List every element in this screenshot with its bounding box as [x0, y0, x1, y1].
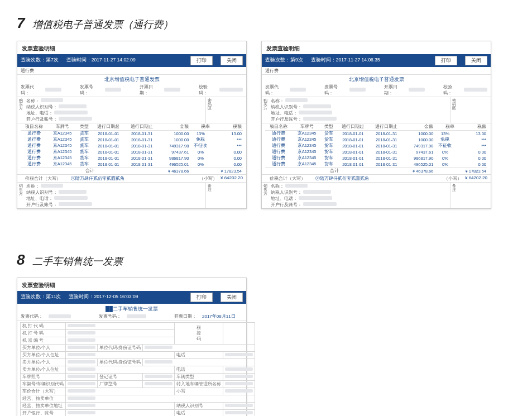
total-small: ¥ 64202.20	[217, 175, 243, 181]
section7-header: 7 增值税电子普通发票（通行费）	[17, 15, 515, 32]
invoice-card-usedcar: 发票查验明细 查验次数：第11次 查验时间：2017-12-05 16:03:0…	[17, 278, 247, 416]
table-row: 通行费京A12345货车2018-01-012018-01-31749317.9…	[265, 143, 487, 149]
check-label: 校验码：	[443, 84, 461, 96]
close-button[interactable]: 关闭	[221, 56, 243, 65]
total-cn: ⓧ陆万肆仟贰佰零贰圆贰角	[65, 175, 199, 181]
print-button[interactable]: 打印	[190, 56, 213, 65]
col-header: 项目名称	[265, 123, 293, 131]
check-time: 查验时间：2017-11-27 14:06:35	[311, 57, 380, 64]
type-label: 通行费	[17, 67, 246, 75]
col-header: 通行日期止	[370, 123, 403, 131]
table-row: 通行费京A12345货车2018-01-012018-01-31496525.0…	[265, 161, 487, 168]
check-count: 查验次数：第11次	[21, 294, 61, 300]
section8-number: 8	[17, 251, 25, 269]
date-label: 开票日期：	[140, 84, 161, 96]
col-header: 通行日期起	[336, 123, 370, 131]
card-title: 发票查验明细	[17, 41, 246, 54]
buyer-side: 购买方	[262, 97, 269, 123]
buyer-addr: 地址、电话：	[271, 110, 448, 116]
seller-name: 名称：	[26, 183, 203, 189]
section7-number: 7	[17, 15, 25, 32]
buyer-addr: 地址、电话：	[26, 110, 203, 116]
table-row: 通行费京A12345货车2018-01-012018-01-3197437.61…	[21, 149, 243, 155]
table-row: 通行费京A12345货车2018-01-012018-01-31986817.9…	[21, 155, 243, 161]
items-table: 项目名称车牌号类型通行日期起通行日期止金额税率税额 通行费京A12345货车20…	[265, 123, 487, 174]
invoice-card-toll: 发票查验明细 查验次数：第9次 查验时间：2017-11-27 14:06:35…	[261, 41, 491, 209]
password-zone: 密码区	[450, 97, 457, 123]
remark-zone: 备注	[450, 183, 457, 208]
sum-row: 合计¥ 46378.66¥ 17823.54	[265, 168, 487, 174]
check-time: 查验时间：2017-11-27 14:02:09	[66, 57, 136, 64]
num-label: 发票号码：	[99, 313, 121, 319]
remark-zone: 备注	[205, 183, 213, 208]
check-count: 查验次数：第9次	[265, 57, 303, 64]
buyer-side: 购买方	[17, 97, 24, 123]
table-row: 通行费京A12345货车2018-01-012018-01-311000.001…	[265, 130, 487, 137]
section8-title: 二手车销售统一发票	[32, 255, 123, 268]
seller-taxid: 纳税人识别号：	[26, 189, 203, 195]
col-header: 项目名称	[21, 123, 48, 131]
col-header: 通行日期起	[92, 123, 125, 131]
col-header: 金额	[403, 123, 434, 131]
code-label: 发票代码：	[21, 84, 42, 96]
invoice-center-title: 北京增值税电子普通发票	[17, 75, 246, 84]
card-title: 发票查验明细	[262, 41, 491, 54]
table-row: 通行费京A12345货车2018-01-012018-01-311000.00免…	[21, 137, 243, 143]
card-toolbar: 查验次数：第11次 查验时间：2017-12-05 16:03:09 打印 关闭	[17, 291, 246, 304]
col-header: 金额	[159, 123, 190, 131]
buyer-bank: 开户行及账号：	[26, 116, 203, 122]
price-tax-total: 价税合计（大写） ⓧ陆万肆仟贰佰零贰圆贰角 （小写） ¥ 64202.20	[17, 174, 246, 183]
check-label: 校验码：	[199, 84, 216, 96]
col-header: 通行日期止	[125, 123, 159, 131]
section7-title: 增值税电子普通发票（通行费）	[32, 18, 173, 31]
password-zone: 密码区	[205, 97, 213, 123]
buyer-bank: 开户行及账号：	[271, 116, 448, 122]
num-label: 发票号码：	[80, 84, 101, 96]
close-button[interactable]: 关闭	[465, 56, 487, 65]
table-row: 通行费京A12345货车2018-01-012018-01-311000.001…	[21, 130, 243, 137]
table-row: 通行费京A12345货车2018-01-012018-01-3197437.61…	[265, 149, 487, 155]
date-label: 开票日期：	[174, 313, 196, 319]
seller-side: 销售方	[262, 183, 269, 208]
invoice-card-toll: 发票查验明细 查验次数：第7次 查验时间：2017-11-27 14:02:09…	[17, 41, 247, 209]
seller-bank: 开户行及账号：	[271, 202, 448, 208]
price-tax-total: 价税合计（大写） ⓧ陆万肆仟贰佰零贰圆贰角 （小写） ¥ 64202.20	[262, 174, 491, 183]
col-header: 税额	[456, 123, 487, 131]
card-toolbar: 查验次数：第9次 查验时间：2017-11-27 14:06:35 打印 关闭	[262, 54, 491, 67]
type-label: 通行费	[262, 67, 491, 75]
print-button[interactable]: 打印	[190, 293, 213, 302]
close-button[interactable]: 关闭	[221, 293, 243, 302]
seller-taxid: 纳税人识别号：	[271, 189, 448, 195]
buyer-name: 名称：	[26, 98, 203, 104]
seller-bank: 开户行及账号：	[26, 202, 203, 208]
seller-side: 销售方	[17, 183, 24, 208]
col-header: 税率	[190, 123, 211, 131]
section8-header: 8 二手车销售统一发票	[17, 251, 515, 269]
invoice-center-title: ██二手车销售统一发票	[17, 304, 246, 313]
buyer-taxid: 纳税人识别号：	[26, 104, 203, 110]
col-header: 车牌号	[293, 123, 321, 131]
col-header: 类型	[321, 123, 336, 131]
seller-name: 名称：	[271, 183, 448, 189]
buyer-name: 名称：	[271, 98, 448, 104]
usedcar-fields-table: 机 打 代 码税控码 机 打 号 码 机 器 编 号 买方单位/个人单位代码/身…	[20, 322, 255, 416]
card-title: 发票查验明细	[17, 278, 246, 291]
table-row: 通行费京A12345货车2018-01-012018-01-31986817.9…	[265, 155, 487, 161]
code-label: 发票代码：	[265, 84, 286, 96]
col-header: 税额	[211, 123, 243, 131]
sum-row: 合计¥ 46378.66¥ 17823.54	[21, 168, 243, 174]
seller-addr: 地址、电话：	[271, 195, 448, 202]
col-header: 税率	[434, 123, 456, 131]
total-small: ¥ 64202.20	[462, 175, 487, 181]
date-label: 开票日期：	[384, 84, 405, 96]
table-row: 通行费京A12345货车2018-01-012018-01-31496525.0…	[21, 161, 243, 168]
table-row: 通行费京A12345货车2018-01-012018-01-31749317.9…	[21, 143, 243, 149]
col-header: 类型	[76, 123, 92, 131]
date-value: 2017年08月11日	[202, 313, 236, 319]
invoice-center-title: 北京增值税电子普通发票	[262, 75, 491, 84]
print-button[interactable]: 打印	[435, 56, 457, 65]
table-row: 通行费京A12345货车2018-01-012018-01-311000.00免…	[265, 137, 487, 143]
total-cn: ⓧ陆万肆仟贰佰零贰圆贰角	[310, 175, 444, 181]
code-label: 发票代码：	[21, 313, 43, 319]
check-time: 查验时间：2017-12-05 16:03:09	[69, 294, 138, 300]
